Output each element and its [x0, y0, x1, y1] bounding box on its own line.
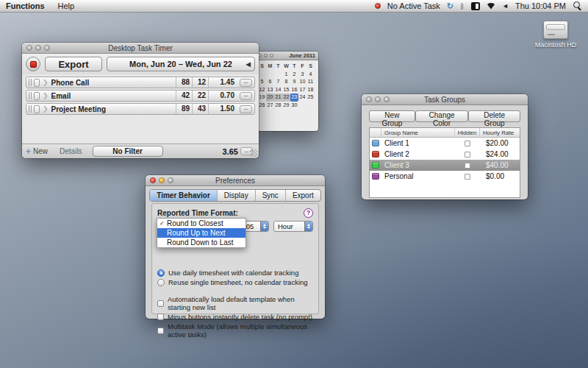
calendar-titlebar[interactable]: June 2011 [256, 52, 318, 60]
wifi-icon[interactable] [487, 3, 495, 10]
day-cell[interactable]: 12 [258, 86, 266, 94]
group-color-swatch[interactable] [372, 173, 379, 180]
tab-display[interactable]: Display [217, 190, 255, 201]
day-cell[interactable]: 6 [266, 78, 274, 86]
menu-functions[interactable]: Functions [0, 1, 51, 10]
unit-popup[interactable]: Hour [273, 221, 313, 232]
drag-grip-icon[interactable] [29, 105, 32, 113]
delete-task-button[interactable]: – [240, 79, 252, 87]
preferences-titlebar[interactable]: Preferences [146, 175, 325, 186]
help-button[interactable]: ? [304, 208, 313, 218]
drag-grip-icon[interactable] [29, 92, 32, 99]
day-cell[interactable]: 5 [258, 78, 266, 86]
day-cell-range[interactable]: 22 [282, 93, 290, 102]
day-cell[interactable]: 27 [266, 102, 274, 110]
hidden-checkbox[interactable] [465, 141, 470, 146]
day-cell[interactable]: 30 [290, 102, 298, 110]
tab-sync[interactable]: Sync [255, 190, 285, 201]
menu-item-round-up[interactable]: Round Up to Next [157, 228, 245, 238]
task-toggle-button[interactable] [34, 105, 40, 113]
tab-timer-behavior[interactable]: Timer Behavior [150, 190, 217, 201]
day-cell[interactable]: 7 [274, 78, 282, 86]
minimize-button[interactable] [375, 96, 381, 102]
task-toggle-button[interactable] [34, 92, 40, 100]
close-button[interactable] [150, 177, 156, 183]
rate-column-header[interactable]: Hourly Rate [480, 128, 520, 137]
menu-bar-clock[interactable]: Thu 10:04 PM [515, 1, 566, 10]
day-cell[interactable]: 17 [298, 86, 306, 94]
day-cell[interactable]: 11 [306, 78, 315, 86]
radio-option[interactable]: Use daily timesheet with calendar tracki… [157, 269, 313, 277]
new-task-button[interactable]: + New [26, 147, 48, 155]
day-cell[interactable] [298, 102, 306, 110]
date-range-button[interactable]: Mon, Jun 20 – Wed, Jun 22◀ [107, 57, 255, 71]
checkbox-icon[interactable] [157, 328, 164, 334]
task-groups-titlebar[interactable]: Task Groups [362, 94, 528, 105]
checkbox-option[interactable]: Minus buttons instantly delete task (no … [157, 313, 313, 321]
day-cell[interactable]: 3 [298, 71, 306, 79]
day-cell-range[interactable]: 20 [266, 93, 274, 102]
day-cell[interactable]: 25 [306, 93, 315, 102]
day-cell[interactable]: 9 [290, 78, 298, 86]
stepper-icon[interactable] [304, 222, 312, 231]
spotlight-icon[interactable] [573, 1, 582, 11]
color-column-header[interactable] [370, 128, 381, 137]
day-cell[interactable]: 1 [282, 71, 290, 79]
menu-item-round-down[interactable]: Round Down to Last [157, 238, 245, 247]
tab-export[interactable]: Export [285, 190, 320, 201]
radio-selected-icon[interactable] [157, 269, 165, 277]
task-toggle-button[interactable] [34, 79, 40, 87]
hidden-checkbox[interactable] [465, 152, 470, 158]
name-column-header[interactable]: Group Name [381, 128, 455, 137]
zoom-button[interactable] [44, 45, 50, 51]
filter-button[interactable]: No Filter [93, 146, 163, 157]
group-row[interactable]: Client 2 $24.00 [370, 149, 520, 160]
macintosh-hd-icon[interactable]: Macintosh HD [534, 21, 577, 49]
group-row[interactable]: Client 1 $20.00 [370, 138, 520, 149]
day-cell[interactable]: 13 [266, 86, 274, 94]
day-cell[interactable] [274, 71, 282, 79]
zoom-button[interactable] [270, 54, 273, 57]
day-cell[interactable]: 10 [298, 78, 306, 86]
day-cell[interactable]: 29 [282, 102, 290, 110]
group-row-selected[interactable]: Client 3 $40.00 [370, 160, 520, 171]
zoom-button[interactable] [384, 96, 390, 102]
day-cell[interactable]: 26 [258, 102, 266, 110]
menu-help[interactable]: Help [51, 1, 82, 10]
delete-group-button[interactable]: Delete Group [468, 110, 520, 122]
group-color-swatch[interactable] [372, 140, 379, 146]
radio-option[interactable]: Reuse single timesheet, no calendar trac… [157, 278, 313, 286]
group-row[interactable]: Personal $0.00 [370, 171, 520, 182]
volume-icon[interactable]: ◄ [502, 2, 509, 10]
drag-grip-icon[interactable] [29, 79, 32, 86]
minimize-button[interactable] [159, 177, 165, 183]
day-cell-range[interactable]: 21 [274, 93, 282, 102]
display-menu-icon[interactable] [471, 2, 480, 10]
change-color-button[interactable]: Change Color [415, 110, 469, 122]
day-cell[interactable]: 4 [306, 71, 315, 79]
day-cell-selected[interactable]: 23 [290, 93, 298, 102]
menu-item-round-closest[interactable]: ✓ Round to Closest [157, 219, 245, 228]
date-prev-arrow-icon[interactable]: ◀ [246, 61, 251, 68]
zoom-button[interactable] [168, 177, 173, 183]
close-button[interactable] [366, 96, 372, 102]
close-button[interactable] [26, 45, 32, 51]
delete-task-button[interactable]: – [240, 105, 252, 113]
expand-chevron-icon[interactable]: ❯ [43, 92, 49, 99]
hidden-column-header[interactable]: Hidden [455, 128, 480, 137]
timer-titlebar[interactable]: Desktop Task Timer [22, 43, 259, 54]
stop-timer-button[interactable] [26, 57, 40, 71]
day-cell[interactable]: 28 [274, 102, 282, 110]
resize-grip[interactable] [250, 149, 257, 157]
details-button[interactable]: Details [60, 147, 82, 155]
day-cell[interactable]: 16 [290, 86, 298, 94]
day-cell[interactable]: 2 [290, 71, 298, 79]
day-cell[interactable]: 8 [282, 78, 290, 86]
new-group-button[interactable]: New Group [369, 110, 415, 122]
day-cell[interactable]: 14 [274, 86, 282, 94]
checkbox-icon[interactable] [157, 300, 164, 307]
delete-task-button[interactable]: – [240, 92, 252, 100]
hard-drive-icon[interactable] [543, 21, 568, 39]
radio-icon[interactable] [157, 279, 165, 286]
hidden-checkbox[interactable] [465, 163, 470, 169]
